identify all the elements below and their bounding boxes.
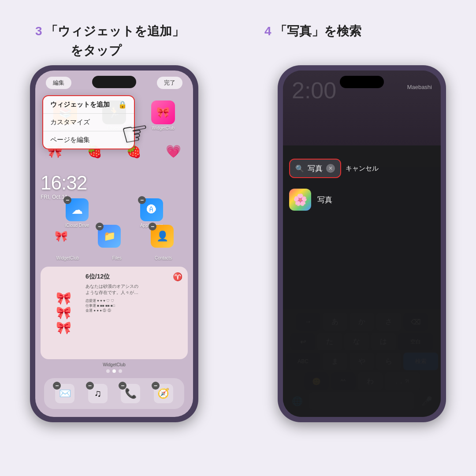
step4-number: 4 — [264, 24, 271, 38]
fortune-widget: 🎀🎀🎀 6位/12位 ♈ あなたは砂漠のオアシスのような存在です。人々が… 恋愛… — [41, 267, 188, 359]
step3-label: 3 「ウィジェットを追加」 — [35, 23, 184, 40]
app-widgetclub: 🎀 WidgetClub — [151, 100, 175, 130]
step4-title: 「写真」を検索 — [275, 24, 361, 38]
left-screen: 編集 完了 ウィジェットを追加 🔒 カスタマイズ ページを編集 ☞ 📚 Book… — [35, 71, 193, 417]
music-minus: − — [86, 382, 94, 390]
dock-compass[interactable]: − 🧭 — [154, 384, 173, 403]
widgetclub-mid-label: WidgetClub — [56, 256, 79, 260]
search-result: 🌸 写真 — [289, 184, 435, 215]
mid-bow1: 🎀 — [55, 230, 68, 242]
menu-edit-page-label: ページを編集 — [50, 136, 90, 144]
fortune-text: あなたは砂漠のオアシスのような存在です。人々が… — [86, 283, 182, 296]
app-icloud: − ☁ iCloud Drive — [65, 198, 89, 228]
fortune-right: 6位/12位 ♈ あなたは砂漠のオアシスのような存在です。人々が… 恋愛運 ♥ … — [86, 272, 182, 354]
icloud-minus: − — [63, 196, 71, 204]
fortune-labels: 恋愛運 ♥ ♥ ♥ ♡ ♡ 仕事運 ■ ■■ ■■ ■□ 金運 ● ● ● ⑤ … — [86, 298, 182, 313]
contacts-minus: − — [149, 223, 156, 231]
clock-time: 16:32 — [41, 172, 102, 194]
dot-2 — [112, 369, 116, 373]
dock-mail[interactable]: − ✉️ — [55, 384, 74, 403]
time-bg: 2:00 — [292, 77, 336, 104]
menu-add-widget-label: ウィジェットを追加 — [50, 100, 110, 109]
step3-title: 「ウィジェットを追加」 — [45, 24, 184, 38]
compass-minus: − — [152, 382, 160, 390]
right-screen: Maebashi 2:00 🔍 写真 ✕ キャンセル 🌸 写真 — [283, 71, 441, 417]
fortune-sign: ♈ — [173, 272, 182, 282]
dot-1 — [106, 369, 110, 373]
right-notch — [340, 76, 384, 88]
step3-subtitle: をタップ — [71, 42, 122, 59]
dot-3 — [119, 369, 122, 373]
fortune-rank: 6位/12位 — [86, 273, 110, 281]
mail-minus: − — [53, 382, 61, 390]
widgetclub-top-icon: 🎀 — [151, 100, 175, 124]
dock-phone[interactable]: − 📞 — [121, 384, 140, 403]
edit-button[interactable]: 編集 — [46, 77, 71, 89]
city-text: Maebashi — [407, 84, 432, 90]
search-container: 🔍 写真 ✕ キャンセル — [289, 159, 435, 178]
search-bar[interactable]: 🔍 写真 ✕ — [289, 159, 341, 178]
fortune-widget-label: WidgetClub — [41, 362, 188, 367]
appstore-minus: − — [138, 196, 146, 204]
phone-minus: − — [119, 382, 126, 390]
right-phone: Maebashi 2:00 🔍 写真 ✕ キャンセル 🌸 写真 — [278, 65, 446, 422]
widgetclub-top-label: WidgetClub — [152, 126, 175, 130]
page-dots — [35, 369, 193, 373]
clock-widget: 16:32 FRI, Oct.11 — [41, 172, 102, 200]
dock-music[interactable]: − ♫ — [88, 384, 108, 403]
files-label: Files — [112, 256, 122, 260]
files-minus: − — [96, 223, 104, 231]
photos-emoji: 🌸 — [293, 193, 307, 207]
search-icon: 🔍 — [295, 164, 304, 173]
mid-deco: 🎀 − 📁 − 👤 — [40, 225, 189, 248]
menu-add-widget-icon: 🔒 — [118, 100, 127, 109]
left-phone: 編集 完了 ウィジェットを追加 🔒 カスタマイズ ページを編集 ☞ 📚 Book… — [30, 65, 198, 422]
step4-label: 4 「写真」を検索 — [264, 23, 361, 40]
dock: − ✉️ − ♫ − 📞 − 🧭 — [44, 378, 184, 409]
photos-app-icon[interactable]: 🌸 — [289, 189, 311, 211]
search-clear-button[interactable]: ✕ — [326, 164, 335, 173]
contacts-label: Contacts — [155, 256, 172, 260]
second-row: − ☁ iCloud Drive − 🅐 Apple Store — [40, 198, 189, 228]
menu-edit-page[interactable]: ページを編集 — [43, 131, 134, 149]
fortune-left: 🎀🎀🎀 — [46, 272, 81, 354]
third-row-labels: WidgetClub Files Contacts — [40, 256, 189, 260]
deco-heart1: 💗 — [166, 144, 181, 159]
bow-decorations: 🎀🎀🎀 — [56, 291, 71, 335]
left-notch — [92, 76, 136, 88]
result-name: 写真 — [317, 195, 332, 205]
cancel-button[interactable]: キャンセル — [346, 164, 379, 173]
menu-customize-label: カスタマイズ — [50, 118, 90, 126]
search-row: 🔍 写真 ✕ キャンセル — [289, 159, 435, 178]
done-button[interactable]: 完了 — [157, 77, 182, 89]
menu-add-widget[interactable]: ウィジェットを追加 🔒 — [43, 96, 134, 114]
search-input[interactable]: 写真 — [308, 164, 323, 174]
step3-number: 3 — [35, 24, 42, 38]
step3-subtitle-text: をタップ — [71, 44, 122, 57]
